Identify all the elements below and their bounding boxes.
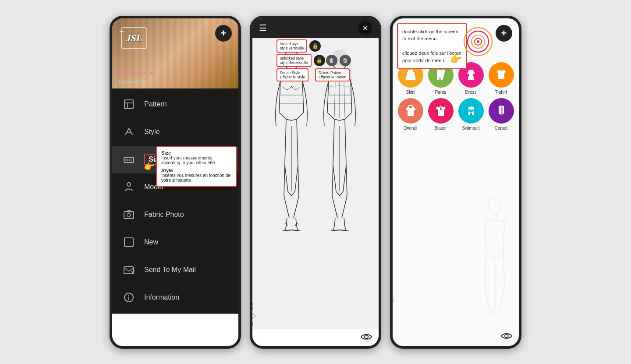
svg-rect-13 — [124, 267, 134, 274]
svg-line-27 — [334, 82, 335, 117]
eye-icon-screen3[interactable] — [501, 332, 512, 342]
style-watermark: Style — [252, 300, 256, 326]
delete-style-text: Delete Style Effacer le Style — [277, 68, 308, 81]
menu-label-send-mail: Send To My Mail — [144, 266, 196, 274]
menu-item-new[interactable]: New — [112, 229, 238, 256]
phone-screen-1: ← JSL + www.b.stylish.com r@gmail.com — [110, 16, 241, 349]
clothes-item-blazer[interactable]: Blazer — [427, 98, 454, 131]
delete-pattern-text: Delete Pattern Effacer le Patron — [315, 68, 350, 81]
unlocked-style-popup-row: unlocked style style déverrouillé 🔓 🗑 🗑 — [277, 54, 351, 67]
svg-point-49 — [505, 334, 508, 338]
clothes-item-tshirt[interactable]: T-shirt — [488, 62, 514, 95]
main-menu: Pattern Style — [112, 88, 238, 314]
menu-label-pattern: Pattern — [144, 100, 167, 108]
clothes-item-corset[interactable]: Corset — [488, 98, 514, 131]
svg-rect-12 — [124, 238, 133, 247]
menu-label-fabric-photo: Fabric Photo — [144, 211, 184, 219]
target-icon — [463, 26, 493, 59]
model-icon — [121, 180, 136, 195]
corset-circle — [489, 98, 514, 124]
new-icon — [121, 235, 136, 250]
menu-label-style: Style — [144, 128, 160, 136]
website-text: www.b.stylish.com — [119, 71, 155, 75]
eye-icon-screen2[interactable] — [361, 333, 372, 343]
hand-pointer-icon: 👉 — [144, 161, 155, 172]
screen1-header: ← JSL + www.b.stylish.com r@gmail.com — [112, 18, 238, 88]
close-button[interactable]: ✕ — [358, 21, 372, 35]
menu-item-size[interactable]: Size 👉 Size Insert your measurements acc… — [112, 146, 238, 173]
hamburger-icon[interactable]: ☰ — [259, 23, 267, 33]
pants-label: Pants — [435, 90, 447, 95]
svg-point-16 — [128, 295, 129, 296]
svg-text:BUSTLINE: BUSTLINE — [479, 226, 492, 229]
lock-closed-icon[interactable]: 🔒 — [309, 40, 321, 52]
screen3-style-watermark: Style — [393, 287, 395, 311]
menu-label-information: Information — [144, 293, 179, 301]
screen2-bottom-bar — [252, 329, 379, 346]
tshirt-circle — [489, 62, 514, 88]
menu-item-fabric-photo[interactable]: Fabric Photo — [112, 201, 238, 229]
svg-text:WAISTLINE: WAISTLINE — [479, 244, 493, 246]
add-button[interactable]: + — [215, 25, 232, 42]
unlocked-style-text: unlocked style style déverrouillé — [277, 54, 312, 67]
send-mail-icon — [121, 262, 136, 278]
swimsuit-label: Swimsuit — [462, 126, 479, 131]
svg-rect-37 — [408, 70, 413, 72]
swimsuit-circle — [458, 98, 484, 124]
lock-open-icon[interactable]: 🔓 — [314, 55, 325, 66]
menu-label-new: New — [144, 238, 158, 246]
email-text: r@gmail.com — [119, 79, 147, 84]
size-icon — [121, 152, 136, 167]
screen3-add-button[interactable]: + — [496, 25, 512, 42]
trash-icon-1[interactable]: 🗑 — [326, 55, 337, 66]
tooltip-style-desc: Insérez vos mesures en fonction de votre… — [161, 173, 232, 183]
delete-style-popup-row: Delete Style Effacer le Style Delete Pat… — [277, 68, 351, 81]
svg-rect-0 — [124, 100, 133, 109]
svg-point-17 — [224, 333, 228, 337]
tshirt-label: T-shirt — [495, 90, 507, 95]
menu-item-pattern[interactable]: Pattern — [112, 91, 238, 118]
tooltip-size-desc: Insert your measurements according to yo… — [161, 155, 232, 165]
menu-item-send-mail[interactable]: Send To My Mail — [112, 256, 238, 284]
svg-line-29 — [344, 82, 345, 117]
instruction-text-en: double-click on the screen to exit the m… — [402, 28, 462, 42]
locked-style-popup-row: locked style style verrouillé 🔒 — [277, 39, 351, 53]
svg-point-43 — [488, 198, 501, 214]
eye-icon-screen1[interactable] — [220, 330, 232, 342]
overall-circle — [398, 98, 423, 124]
style-icon — [121, 124, 136, 140]
body-figure-faded: BUSTLINE WAISTLINE HIPS LINE — [477, 195, 512, 329]
clothes-item-overall[interactable]: Overall — [397, 98, 424, 131]
svg-point-31 — [365, 335, 368, 339]
svg-text:HIPS LINE: HIPS LINE — [479, 254, 492, 257]
menu-item-style[interactable]: Style — [112, 118, 238, 146]
svg-point-10 — [127, 213, 131, 217]
screen2-popup-area: locked style style verrouillé 🔒 unlocked… — [277, 39, 351, 83]
phone-screen-3: double-click on the screen to exit the m… — [390, 16, 521, 349]
svg-rect-9 — [124, 212, 134, 219]
phone-screen-2: ☰ ✕ locked style style verrouillé 🔒 — [250, 16, 381, 349]
menu-item-information[interactable]: Information — [112, 284, 238, 311]
clothes-item-swimsuit[interactable]: Swimsuit — [457, 98, 484, 131]
screen2-topbar: ☰ ✕ — [252, 18, 379, 38]
locked-style-text: locked style style verrouillé — [277, 39, 307, 53]
dress-label: Dress — [465, 90, 476, 95]
information-icon — [121, 290, 136, 305]
hand-pointer-right-icon: 👉 — [450, 53, 462, 65]
tooltip-size-title: Size — [161, 150, 232, 155]
svg-rect-39 — [409, 105, 412, 106]
app-logo: JSL — [121, 27, 147, 49]
blazer-circle — [428, 98, 454, 124]
trash-icon-2[interactable]: 🗑 — [340, 55, 351, 66]
tooltip-style-title: Style — [161, 168, 232, 173]
skirt-label: Skirt — [406, 90, 415, 95]
size-tooltip: 👉 Size Insert your measurements accordin… — [156, 146, 237, 187]
svg-point-36 — [477, 40, 479, 43]
fabric-photo-icon — [121, 207, 136, 223]
fashion-figures-area — [252, 42, 379, 329]
svg-point-8 — [127, 183, 131, 186]
pattern-icon — [121, 97, 136, 112]
blazer-label: Blazer — [434, 126, 447, 131]
overall-label: Overall — [404, 126, 418, 131]
corset-label: Corset — [495, 126, 507, 131]
